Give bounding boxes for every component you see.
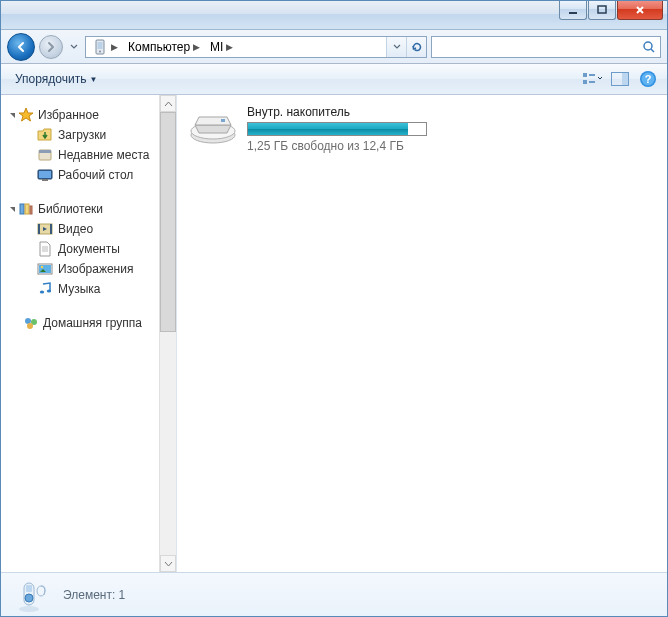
sidebar-title-favorites[interactable]: Избранное — [9, 105, 158, 125]
scroll-down-icon[interactable] — [160, 555, 176, 572]
breadcrumb-label: Компьютер — [128, 40, 190, 54]
desktop-icon — [37, 167, 53, 183]
svg-rect-26 — [50, 224, 52, 234]
help-button[interactable]: ? — [637, 68, 659, 90]
titlebar — [1, 1, 667, 30]
view-mode-button[interactable] — [581, 68, 603, 90]
status-text: Элемент: 1 — [63, 588, 125, 602]
scroll-track[interactable] — [160, 332, 176, 555]
sidebar-item-music[interactable]: Музыка — [9, 279, 158, 299]
refresh-button[interactable] — [406, 37, 426, 57]
svg-rect-17 — [39, 150, 51, 153]
music-icon — [37, 281, 53, 297]
scroll-thumb[interactable] — [160, 112, 176, 332]
sidebar-item-label: Документы — [58, 242, 120, 256]
svg-rect-25 — [38, 224, 40, 234]
svg-point-43 — [25, 594, 33, 602]
sidebar-group-homegroup: Домашняя группа — [9, 313, 176, 333]
svg-rect-20 — [42, 179, 48, 181]
svg-rect-40 — [221, 119, 225, 122]
star-icon — [18, 107, 34, 123]
maximize-button[interactable] — [588, 1, 616, 20]
video-icon — [37, 221, 53, 237]
address-bar[interactable]: ▶ Компьютер ▶ MI ▶ — [85, 36, 427, 58]
capacity-bar — [247, 122, 427, 136]
sidebar-item-label: Недавние места — [58, 148, 149, 162]
svg-line-6 — [651, 49, 654, 52]
drive-name: Внутр. накопитель — [247, 105, 439, 119]
sidebar-scrollbar[interactable] — [159, 95, 176, 572]
history-dropdown[interactable] — [67, 36, 81, 58]
search-input[interactable] — [431, 36, 661, 58]
scroll-up-icon[interactable] — [160, 95, 176, 112]
svg-rect-1 — [598, 6, 606, 13]
close-button[interactable] — [617, 1, 663, 20]
svg-rect-3 — [98, 42, 103, 49]
svg-rect-7 — [583, 73, 587, 77]
sidebar-item-video[interactable]: Видео — [9, 219, 158, 239]
svg-point-41 — [19, 606, 39, 612]
search-icon — [642, 40, 656, 54]
drive-info: Внутр. накопитель 1,25 ГБ свободно из 12… — [247, 105, 439, 153]
organize-label: Упорядочить — [15, 72, 86, 86]
svg-point-33 — [40, 290, 44, 293]
sidebar-title-label: Библиотеки — [38, 202, 103, 216]
recent-icon — [37, 147, 53, 163]
body: Избранное Загрузки Недавние места Рабочи… — [1, 95, 667, 572]
svg-rect-19 — [39, 171, 51, 178]
svg-rect-21 — [20, 204, 24, 214]
breadcrumb-mi[interactable]: MI ▶ — [204, 37, 237, 57]
sidebar-title-homegroup[interactable]: Домашняя группа — [9, 313, 158, 333]
svg-point-32 — [41, 266, 43, 268]
sidebar-item-downloads[interactable]: Загрузки — [9, 125, 158, 145]
sidebar-item-label: Музыка — [58, 282, 100, 296]
toolbar: Упорядочить ▼ ? — [1, 64, 667, 95]
svg-text:?: ? — [645, 73, 652, 85]
sidebar: Избранное Загрузки Недавние места Рабочи… — [1, 95, 177, 572]
sidebar-group-favorites: Избранное Загрузки Недавние места Рабочи… — [9, 105, 176, 185]
navigation-bar: ▶ Компьютер ▶ MI ▶ — [1, 30, 667, 64]
preview-pane-button[interactable] — [609, 68, 631, 90]
sidebar-item-recent[interactable]: Недавние места — [9, 145, 158, 165]
status-bar: Элемент: 1 — [1, 572, 667, 617]
chevron-down-icon: ▼ — [89, 75, 97, 84]
breadcrumb-label: MI — [210, 40, 223, 54]
device-icon — [11, 577, 51, 613]
sidebar-item-desktop[interactable]: Рабочий стол — [9, 165, 158, 185]
sidebar-item-label: Рабочий стол — [58, 168, 133, 182]
address-dropdown[interactable] — [386, 37, 406, 57]
breadcrumb-computer[interactable]: Компьютер ▶ — [122, 37, 204, 57]
svg-point-34 — [47, 289, 51, 292]
breadcrumb-device-icon[interactable]: ▶ — [86, 37, 122, 57]
svg-rect-8 — [583, 80, 587, 84]
forward-button[interactable] — [39, 35, 63, 59]
sidebar-item-documents[interactable]: Документы — [9, 239, 158, 259]
content-pane[interactable]: Внутр. накопитель 1,25 ГБ свободно из 12… — [177, 95, 667, 572]
drive-item[interactable]: Внутр. накопитель 1,25 ГБ свободно из 12… — [189, 105, 439, 153]
svg-rect-23 — [30, 206, 32, 214]
capacity-fill — [248, 123, 408, 135]
sidebar-title-libraries[interactable]: Библиотеки — [9, 199, 158, 219]
sidebar-title-label: Домашняя группа — [43, 316, 142, 330]
organize-button[interactable]: Упорядочить ▼ — [9, 68, 103, 90]
sidebar-title-label: Избранное — [38, 108, 99, 122]
svg-rect-12 — [622, 73, 628, 85]
svg-point-4 — [99, 50, 101, 52]
sidebar-group-libraries: Библиотеки Видео Документы Изображения М… — [9, 199, 176, 299]
svg-rect-22 — [25, 204, 29, 214]
svg-point-5 — [644, 42, 652, 50]
folder-icon — [37, 127, 53, 143]
minimize-button[interactable] — [559, 1, 587, 20]
svg-point-37 — [27, 323, 33, 329]
svg-rect-44 — [26, 585, 32, 592]
homegroup-icon — [23, 315, 39, 331]
sidebar-item-label: Видео — [58, 222, 93, 236]
sidebar-item-pictures[interactable]: Изображения — [9, 259, 158, 279]
pictures-icon — [37, 261, 53, 277]
drive-subtext: 1,25 ГБ свободно из 12,4 ГБ — [247, 139, 439, 153]
sidebar-item-label: Изображения — [58, 262, 133, 276]
sidebar-item-label: Загрузки — [58, 128, 106, 142]
drive-icon — [189, 105, 237, 145]
libraries-icon — [18, 201, 34, 217]
back-button[interactable] — [7, 33, 35, 61]
